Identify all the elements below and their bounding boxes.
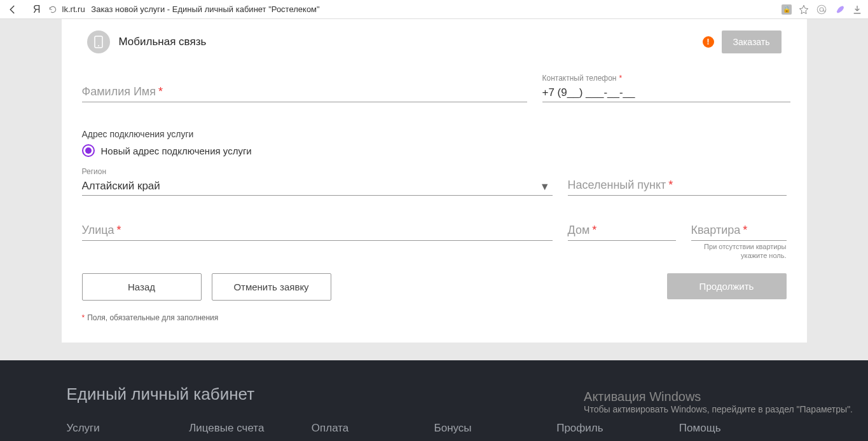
footer: Единый личный кабинет Услуги Заказать но… <box>0 360 868 441</box>
footer-col-head: Помощь <box>679 422 802 435</box>
reload-icon[interactable] <box>48 5 57 14</box>
bookmark-star-icon[interactable] <box>798 4 809 15</box>
house-field[interactable]: Дом* <box>568 222 676 261</box>
radio-new-address[interactable]: Новый адрес подключения услуги <box>82 144 787 157</box>
footer-col-head: Профиль <box>556 422 679 435</box>
phone-label: Контактный телефон* <box>542 74 623 83</box>
url-domain: lk.rt.ru <box>62 4 85 14</box>
svg-point-3 <box>98 45 99 46</box>
back-icon[interactable] <box>5 2 20 17</box>
button-row: Назад Отменить заявку Продолжить <box>82 273 787 301</box>
continue-button[interactable]: Продолжить <box>667 273 787 299</box>
footer-col-payment: Оплата Мои карты <box>312 422 434 441</box>
svg-point-1 <box>820 8 823 11</box>
footer-col-head: Бонусы <box>434 422 557 435</box>
order-button[interactable]: Заказать <box>722 31 782 53</box>
service-row: Мобильная связь ! Заказать <box>82 19 787 65</box>
browser-right-icons: 🔒 <box>782 4 863 15</box>
service-title: Мобильная связь <box>119 36 703 48</box>
required-note: *Поля, обязательные для заполнения <box>82 313 787 322</box>
page-title: Заказ новой услуги - Единый личный кабин… <box>91 4 319 14</box>
street-field[interactable]: Улица* <box>82 222 553 261</box>
footer-col-head: Лицевые счета <box>189 422 312 435</box>
radio-label: Новый адрес подключения услуги <box>101 146 252 156</box>
phone-field[interactable]: Контактный телефон* <box>542 84 790 102</box>
flat-field[interactable]: Квартира* При отсутствии квартиры укажит… <box>691 222 787 261</box>
footer-col-profile: Профиль Персональная информация <box>556 422 679 441</box>
flat-hint: При отсутствии квартиры укажите ноль. <box>691 242 787 261</box>
region-field[interactable]: Регион ▼ <box>82 177 553 196</box>
footer-title: Единый личный кабинет <box>67 384 802 404</box>
fullname-field[interactable]: Фамилия Имя* <box>82 84 527 102</box>
feather-icon[interactable] <box>834 4 845 15</box>
locality-field[interactable]: Населенный пункт* <box>568 177 787 196</box>
region-input[interactable] <box>82 177 553 196</box>
svg-point-0 <box>817 5 826 14</box>
mobile-icon <box>87 31 110 53</box>
radio-icon[interactable] <box>82 144 95 157</box>
footer-col-help: Помощь Частые вопросы <box>679 422 802 441</box>
house-input[interactable] <box>568 222 676 241</box>
footer-col-head: Оплата <box>312 422 434 435</box>
fullname-input[interactable] <box>82 84 527 102</box>
phone-input[interactable] <box>542 84 790 102</box>
footer-columns: Услуги Заказать новую услугу Лицевые сче… <box>67 422 802 441</box>
footer-col-accounts: Лицевые счета Привязать лицевой счёт <box>189 422 312 441</box>
lock-icon[interactable]: 🔒 <box>782 4 792 15</box>
back-button[interactable]: Назад <box>82 273 202 301</box>
download-icon[interactable] <box>851 4 863 15</box>
yandex-logo-icon[interactable]: Я <box>33 4 41 15</box>
locality-input[interactable] <box>568 177 787 196</box>
warning-icon: ! <box>703 36 714 48</box>
street-input[interactable] <box>82 222 553 241</box>
footer-col-bonus: Бонусы Программа «БОНУС» <box>434 422 557 441</box>
page-viewport[interactable]: Мобильная связь ! Заказать Фамилия Имя* … <box>0 19 868 441</box>
content-card: Мобильная связь ! Заказать Фамилия Имя* … <box>62 19 807 343</box>
browser-bar: Я lk.rt.ru Заказ новой услуги - Единый л… <box>0 0 868 19</box>
form-area: Фамилия Имя* Контактный телефон* Адрес п… <box>82 65 787 322</box>
address-section-label: Адрес подключения услуги <box>82 129 787 139</box>
flat-input[interactable] <box>691 222 787 241</box>
at-icon[interactable] <box>816 4 827 15</box>
footer-col-head: Услуги <box>67 422 189 435</box>
url-bar[interactable]: lk.rt.ru Заказ новой услуги - Единый лич… <box>62 4 320 14</box>
region-label: Регион <box>82 167 107 176</box>
footer-col-services: Услуги Заказать новую услугу <box>67 422 189 441</box>
cancel-button[interactable]: Отменить заявку <box>212 273 331 301</box>
